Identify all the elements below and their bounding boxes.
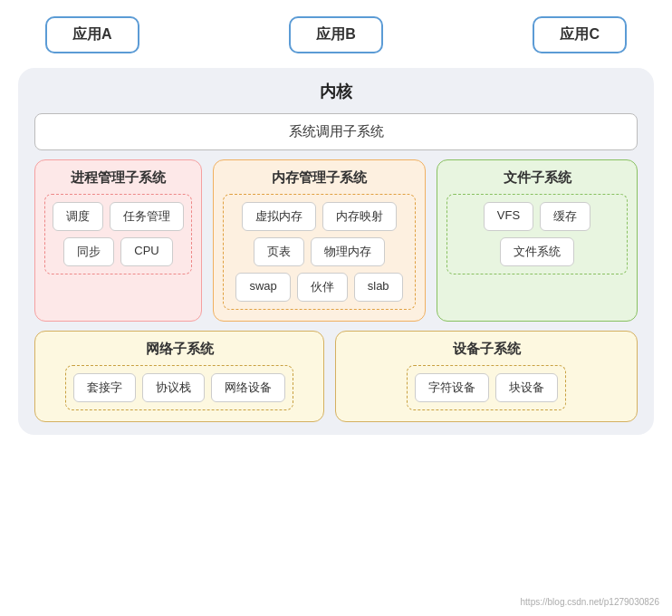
middle-row: 进程管理子系统 调度 任务管理 同步 CPU 内存管理子系统 虚拟内存 内存映射… <box>34 159 638 322</box>
process-title: 进程管理子系统 <box>71 169 166 187</box>
kernel-box: 内核 系统调用子系统 进程管理子系统 调度 任务管理 同步 CPU 内存管理子系… <box>18 68 654 435</box>
memory-item-vmem: 虚拟内存 <box>242 202 316 231</box>
file-item-vfs: VFS <box>484 202 533 231</box>
memory-inner: 虚拟内存 内存映射 页表 物理内存 swap 伙伴 slab <box>223 194 416 310</box>
device-panel: 设备子系统 字符设备 块设备 <box>335 331 638 422</box>
memory-panel: 内存管理子系统 虚拟内存 内存映射 页表 物理内存 swap 伙伴 slab <box>213 159 426 322</box>
watermark: https://blog.csdn.net/p1279030826 <box>521 597 659 607</box>
file-item-cache: 缓存 <box>540 202 590 231</box>
memory-item-buddy: 伙伴 <box>297 273 348 302</box>
memory-item-mmap: 内存映射 <box>322 202 397 231</box>
process-item-sync: 同步 <box>63 237 114 266</box>
file-inner: VFS 缓存 文件系统 <box>446 194 628 274</box>
file-title: 文件子系统 <box>504 169 571 187</box>
process-item-task: 任务管理 <box>110 202 184 231</box>
memory-item-page: 页表 <box>254 237 304 266</box>
app-c: 应用C <box>533 16 627 53</box>
device-item-char: 字符设备 <box>415 373 489 402</box>
network-item-netdev: 网络设备 <box>211 373 285 402</box>
app-a: 应用A <box>45 16 139 53</box>
device-item-block: 块设备 <box>495 373 558 402</box>
process-inner: 调度 任务管理 同步 CPU <box>44 194 192 274</box>
memory-item-swap: swap <box>235 273 290 302</box>
network-title: 网络子系统 <box>146 341 214 358</box>
file-item-fs: 文件系统 <box>500 237 574 266</box>
process-item-cpu: CPU <box>120 237 172 266</box>
device-title: 设备子系统 <box>453 341 521 358</box>
device-inner: 字符设备 块设备 <box>407 365 566 410</box>
network-inner: 套接字 协议栈 网络设备 <box>65 365 293 410</box>
memory-item-phymem: 物理内存 <box>311 237 385 266</box>
kernel-title: 内核 <box>320 81 352 102</box>
network-panel: 网络子系统 套接字 协议栈 网络设备 <box>34 331 324 422</box>
process-panel: 进程管理子系统 调度 任务管理 同步 CPU <box>34 159 202 322</box>
syscall-box: 系统调用子系统 <box>34 113 638 150</box>
network-item-protocol: 协议栈 <box>142 373 205 402</box>
memory-title: 内存管理子系统 <box>272 169 367 187</box>
app-b: 应用B <box>289 16 383 53</box>
process-item-schedule: 调度 <box>53 202 103 231</box>
file-panel: 文件子系统 VFS 缓存 文件系统 <box>437 159 638 322</box>
memory-item-slab: slab <box>354 273 403 302</box>
bottom-row: 网络子系统 套接字 协议栈 网络设备 设备子系统 字符设备 块设备 <box>34 331 638 422</box>
network-item-socket: 套接字 <box>73 373 136 402</box>
apps-row: 应用A 应用B 应用C <box>18 16 654 53</box>
